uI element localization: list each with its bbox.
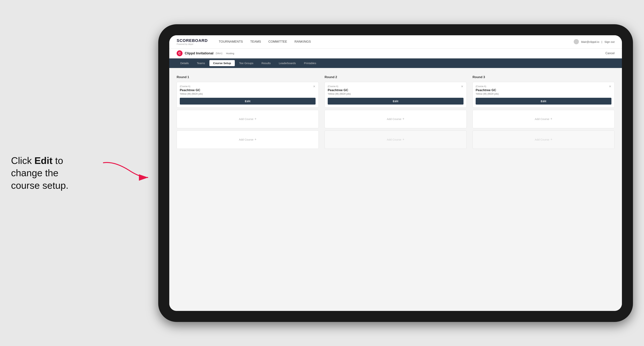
cancel-button[interactable]: Cancel xyxy=(605,52,614,55)
round-3-edit-button[interactable]: Edit xyxy=(476,98,612,105)
instruction-text: Click Edit to change the course setup. xyxy=(11,154,68,192)
round-2-edit-button[interactable]: Edit xyxy=(328,98,464,105)
round-1-add-course-1[interactable]: Add Course + xyxy=(177,110,319,128)
round-3-add-course-2: Add Course + xyxy=(472,131,614,149)
tab-results[interactable]: Results xyxy=(258,60,274,66)
nav-avatar xyxy=(574,39,579,44)
round-2-column: Round 2 ✕ (Course A) Peachtree GC Yellow… xyxy=(324,75,466,151)
round-2-add-course-1[interactable]: Add Course + xyxy=(324,110,466,128)
plus-icon-3: + xyxy=(402,117,404,121)
round-3-add-course-1[interactable]: Add Course + xyxy=(472,110,614,128)
round-1-edit-button[interactable]: Edit xyxy=(180,98,316,105)
tab-tee-groups[interactable]: Tee Groups xyxy=(236,60,257,66)
round-2-title: Round 2 xyxy=(324,75,466,79)
tablet-frame: SCOREBOARD Powered by clippd TOURNAMENTS… xyxy=(158,24,633,322)
plus-icon-5: + xyxy=(550,117,552,121)
round-3-column: Round 3 ✕ (Course A) Peachtree GC Yellow… xyxy=(472,75,614,151)
tab-leaderboards[interactable]: Leaderboards xyxy=(275,60,300,66)
logo-main: SCOREBOARD xyxy=(177,38,208,43)
plus-icon-4: + xyxy=(402,138,404,142)
top-nav: SCOREBOARD Powered by clippd TOURNAMENTS… xyxy=(169,35,622,48)
nav-tournaments[interactable]: TOURNAMENTS xyxy=(219,39,243,44)
sign-out-link[interactable]: Sign out xyxy=(604,40,614,43)
round-3-course-name: Peachtree GC xyxy=(476,88,612,92)
tablet-screen: SCOREBOARD Powered by clippd TOURNAMENTS… xyxy=(169,35,622,311)
round-1-column: Round 1 ✕ (Course A) Peachtree GC Yellow… xyxy=(177,75,319,151)
rounds-grid: Round 1 ✕ (Course A) Peachtree GC Yellow… xyxy=(177,75,614,151)
round-1-course-details: Yellow (M) (6629 yds) xyxy=(180,92,316,95)
logo-sub: Powered by clippd xyxy=(177,43,208,45)
main-content: Round 1 ✕ (Course A) Peachtree GC Yellow… xyxy=(169,68,622,311)
round-3-course-card: ✕ (Course A) Peachtree GC Yellow (M) (66… xyxy=(472,82,614,108)
user-email: blair@clippd.io xyxy=(581,40,599,43)
round-1-course-card: ✕ (Course A) Peachtree GC Yellow (M) (66… xyxy=(177,82,319,108)
round-2-course-card: ✕ (Course A) Peachtree GC Yellow (M) (66… xyxy=(324,82,466,108)
round-1-add-course-2[interactable]: Add Course + xyxy=(177,131,319,149)
tournament-gender: (Men) xyxy=(216,52,222,55)
tab-course-setup[interactable]: Course Setup xyxy=(210,60,235,66)
round-3-course-label: (Course A) xyxy=(476,85,612,88)
round-1-title: Round 1 xyxy=(177,75,319,79)
tab-bar: Details Teams Course Setup Tee Groups Re… xyxy=(169,58,622,68)
round-2-course-details: Yellow (M) (6629 yds) xyxy=(328,92,464,95)
hosting-badge: Hosting xyxy=(226,52,234,55)
nav-rankings[interactable]: RANKINGS xyxy=(294,39,311,44)
round-1-course-label: (Course A) xyxy=(180,85,316,88)
round-1-course-name: Peachtree GC xyxy=(180,88,316,92)
arrow-annotation xyxy=(99,159,151,181)
round-2-delete-icon[interactable]: ✕ xyxy=(460,84,464,89)
tournament-logo: C xyxy=(177,50,182,56)
nav-teams[interactable]: TEAMS xyxy=(250,39,261,44)
nav-separator: | xyxy=(602,40,602,43)
round-3-delete-icon[interactable]: ✕ xyxy=(608,84,612,89)
round-2-course-name: Peachtree GC xyxy=(328,88,464,92)
nav-links: TOURNAMENTS TEAMS COMMITTEE RANKINGS xyxy=(219,39,566,44)
round-2-add-course-2: Add Course + xyxy=(324,131,466,149)
tournament-name: Clippd Invitational xyxy=(185,51,214,55)
tournament-bar: C Clippd Invitational (Men) Hosting Canc… xyxy=(169,48,622,58)
round-3-course-details: Yellow (M) (6629 yds) xyxy=(476,92,612,95)
round-2-course-label: (Course A) xyxy=(328,85,464,88)
round-1-delete-icon[interactable]: ✕ xyxy=(312,84,316,89)
tournament-info: C Clippd Invitational (Men) Hosting xyxy=(177,50,234,56)
plus-icon-6: + xyxy=(550,138,552,142)
plus-icon: + xyxy=(254,117,256,121)
tab-teams[interactable]: Teams xyxy=(193,60,209,66)
round-3-title: Round 3 xyxy=(472,75,614,79)
scoreboard-logo: SCOREBOARD Powered by clippd xyxy=(177,38,208,45)
nav-committee[interactable]: COMMITTEE xyxy=(268,39,287,44)
nav-right: blair@clippd.io | Sign out xyxy=(574,39,614,44)
tab-details[interactable]: Details xyxy=(177,60,192,66)
tab-printables[interactable]: Printables xyxy=(300,60,320,66)
plus-icon-2: + xyxy=(254,138,256,142)
